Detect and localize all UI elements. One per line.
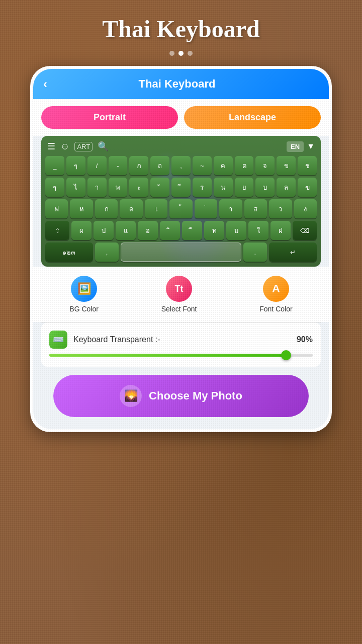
key-underscore[interactable]: _ bbox=[45, 156, 64, 175]
dot-3[interactable] bbox=[188, 51, 193, 56]
slider-header: ⌨️ Keyboard Transparent :- 90% bbox=[49, 331, 313, 349]
key-ho[interactable]: ห bbox=[70, 199, 93, 218]
font-color-option[interactable]: A Font Color bbox=[259, 276, 292, 313]
key-ko[interactable]: ก bbox=[95, 199, 118, 218]
period-key[interactable]: . bbox=[243, 243, 267, 262]
app-title: Thai Keyboard bbox=[0, 0, 362, 51]
dot-1[interactable] bbox=[169, 51, 174, 56]
keyboard-rows: _ ๆ / - ภ ถ , ~ ค ต จ ข ช ๆ ไ bbox=[45, 156, 317, 262]
keyboard-row-4: ⇧ ผ ป แ อ ิ ื ท ม ใ ฝ ⌫ bbox=[45, 221, 317, 240]
key-sara-a2[interactable]: ะ bbox=[129, 178, 148, 197]
key-cho-chang[interactable]: ช bbox=[298, 156, 317, 175]
key-sara-ai2[interactable]: ใ bbox=[248, 221, 268, 240]
slider-track[interactable] bbox=[49, 354, 313, 357]
key-mai-ek[interactable]: ่ bbox=[195, 199, 217, 218]
key-dash[interactable]: - bbox=[109, 156, 128, 175]
key-mai-yamok2[interactable]: ๆ bbox=[45, 178, 64, 197]
art-icon[interactable]: ART bbox=[74, 142, 93, 151]
keyboard-row-2: ๆ ไ า พ ะ ั ี ร น ย บ ล ฃ bbox=[45, 178, 317, 197]
key-sara-ue[interactable]: ื bbox=[182, 221, 202, 240]
search-icon[interactable]: 🔍 bbox=[98, 141, 109, 152]
bg-color-circle: 🖼️ bbox=[71, 276, 97, 302]
key-sara-a[interactable]: า bbox=[87, 178, 107, 197]
key-pho[interactable]: พ bbox=[109, 178, 128, 197]
slider-fill bbox=[49, 354, 287, 357]
back-button[interactable]: ‹ bbox=[43, 77, 47, 91]
slider-thumb[interactable] bbox=[281, 350, 291, 360]
key-so[interactable]: ส bbox=[244, 199, 267, 218]
slider-percentage: 90% bbox=[297, 335, 313, 344]
key-o[interactable]: อ bbox=[138, 221, 158, 240]
chevron-down-icon[interactable]: ▼ bbox=[307, 142, 315, 151]
key-wo[interactable]: ว bbox=[269, 199, 292, 218]
phone-frame: ‹ Thai Keyboard Portrait Landscape ☰ ☺ A… bbox=[30, 66, 332, 432]
header: ‹ Thai Keyboard bbox=[33, 69, 329, 99]
key-to[interactable]: ต bbox=[235, 156, 254, 175]
choose-photo-label: Choose My Photo bbox=[149, 389, 242, 403]
slider-icon-circle: ⌨️ bbox=[49, 331, 67, 349]
key-sara-ai[interactable]: ไ bbox=[66, 178, 85, 197]
shift-key[interactable]: ⇧ bbox=[45, 221, 69, 240]
dot-2[interactable] bbox=[178, 51, 184, 56]
bg-color-label: BG Color bbox=[69, 305, 99, 313]
header-title: Thai Keyboard bbox=[47, 77, 307, 91]
key-ngo[interactable]: ง bbox=[294, 199, 317, 218]
choose-photo-button[interactable]: 🌄 Choose My Photo bbox=[53, 375, 309, 417]
keyboard-toolbar: ☰ ☺ ART 🔍 EN ▼ bbox=[45, 141, 317, 152]
key-pha[interactable]: ภ bbox=[129, 156, 148, 175]
key-do[interactable]: ด bbox=[120, 199, 142, 218]
photo-icon: 🌄 bbox=[124, 389, 138, 403]
key-sara-aa[interactable]: า bbox=[219, 199, 242, 218]
key-kho-khai[interactable]: ข bbox=[277, 156, 296, 175]
enter-key[interactable]: ↵ bbox=[269, 243, 317, 262]
key-lo[interactable]: ล bbox=[277, 178, 296, 197]
key-mai-tho[interactable]: ้ bbox=[169, 199, 192, 218]
tabs-row: Portrait Landscape bbox=[33, 99, 329, 136]
menu-icon[interactable]: ☰ bbox=[47, 141, 55, 152]
options-row: 🖼️ BG Color Tt Select Font A Font Color bbox=[33, 267, 329, 322]
key-sara-e[interactable]: เ bbox=[145, 199, 167, 218]
slider-section: ⌨️ Keyboard Transparent :- 90% bbox=[41, 323, 321, 367]
key-ae[interactable]: แ bbox=[116, 221, 136, 240]
key-slash[interactable]: / bbox=[87, 156, 107, 175]
lang-badge[interactable]: EN bbox=[287, 141, 304, 152]
landscape-tab[interactable]: Landscape bbox=[184, 106, 321, 129]
bg-color-option[interactable]: 🖼️ BG Color bbox=[69, 276, 99, 313]
key-fo[interactable]: ฟ bbox=[45, 199, 68, 218]
key-kho-khuat[interactable]: ฃ bbox=[298, 178, 317, 197]
select-font-circle: Tt bbox=[166, 276, 192, 302]
font-color-icon: A bbox=[272, 282, 280, 295]
key-comma[interactable]: , bbox=[171, 156, 191, 175]
keyboard-row-5: ๑๒๓ , . ↵ bbox=[45, 243, 317, 262]
toolbar-left: ☰ ☺ ART 🔍 bbox=[47, 141, 109, 152]
select-font-label: Select Font bbox=[161, 305, 197, 313]
backspace-key[interactable]: ⌫ bbox=[293, 221, 317, 240]
key-sara-ee[interactable]: ี bbox=[171, 178, 191, 197]
portrait-tab[interactable]: Portrait bbox=[41, 106, 178, 129]
numpad-key[interactable]: ๑๒๓ bbox=[45, 243, 93, 262]
bg-color-icon: 🖼️ bbox=[77, 282, 91, 295]
space-key[interactable] bbox=[121, 243, 241, 262]
select-font-option[interactable]: Tt Select Font bbox=[161, 276, 197, 313]
emoji-icon[interactable]: ☺ bbox=[60, 141, 69, 152]
key-mo[interactable]: ม bbox=[226, 221, 246, 240]
key-yo[interactable]: ย bbox=[235, 178, 254, 197]
key-kho[interactable]: ค bbox=[214, 156, 233, 175]
key-no[interactable]: น bbox=[214, 178, 233, 197]
keyboard-icon: ⌨️ bbox=[53, 334, 64, 345]
key-sara-a3[interactable]: ั bbox=[150, 178, 169, 197]
key-cho[interactable]: จ bbox=[255, 156, 275, 175]
key-tho2[interactable]: ท bbox=[204, 221, 224, 240]
key-mai-yamok[interactable]: ๆ bbox=[66, 156, 85, 175]
toolbar-right: EN ▼ bbox=[287, 141, 315, 152]
key-sara-i[interactable]: ิ bbox=[160, 221, 180, 240]
phone-inner: ‹ Thai Keyboard Portrait Landscape ☰ ☺ A… bbox=[33, 69, 329, 429]
key-fo2[interactable]: ฝ bbox=[270, 221, 291, 240]
key-tho[interactable]: ถ bbox=[150, 156, 169, 175]
key-bo[interactable]: บ bbox=[255, 178, 275, 197]
key-tilde[interactable]: ~ bbox=[193, 156, 212, 175]
key-ro[interactable]: ร bbox=[193, 178, 212, 197]
key-po[interactable]: ป bbox=[94, 221, 114, 240]
comma-key[interactable]: , bbox=[95, 243, 119, 262]
key-pho2[interactable]: ผ bbox=[71, 221, 92, 240]
